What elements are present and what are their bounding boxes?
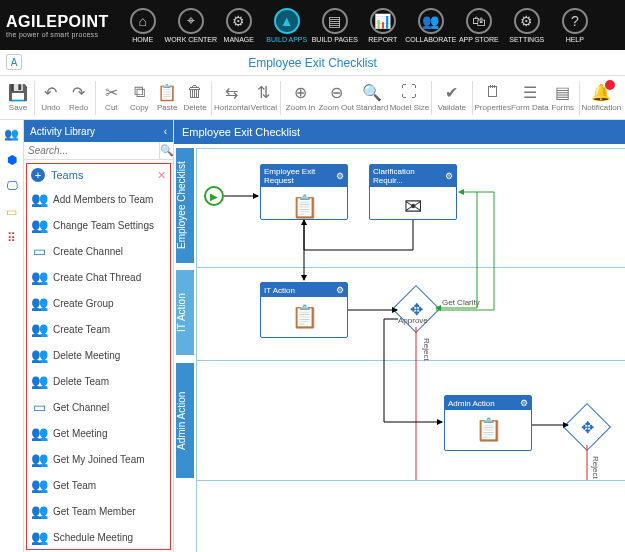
nav-label: BUILD PAGES [312,36,358,43]
activity-library-header[interactable]: Activity Library ‹ [24,120,173,142]
close-icon[interactable]: ✕ [157,169,166,182]
zoomout-icon: ⊖ [330,83,343,101]
activity-library-panel: Activity Library ‹ 🔍 + Teams ✕ 👥Add Memb… [24,120,174,552]
activity-item[interactable]: 👥Get Team Member [27,498,170,524]
nav-help[interactable]: ?HELP [551,8,599,43]
rail-teams[interactable]: 👥 [4,126,20,142]
tool-modelsize[interactable]: ⛶Model Size [390,83,430,112]
activity-label: Get Team [53,480,96,491]
tool-save[interactable]: 💾Save [4,83,32,112]
node-admin-action[interactable]: Admin Action⚙ 📋 [444,395,532,451]
node-it-action[interactable]: IT Action⚙ 📋 [260,282,348,338]
activity-label: Delete Meeting [53,350,120,361]
activity-label: Delete Team [53,376,109,387]
rail-flow[interactable]: ⠿ [4,230,20,246]
activity-group-header[interactable]: + Teams ✕ [27,164,170,186]
gateway1-label-getclarity: Get Clarity [442,298,480,307]
notification-icon: 🔔 [591,83,611,101]
app-badge[interactable]: A [6,54,22,70]
tool-horizontal[interactable]: ⇆Horizontal [214,83,250,112]
tool-paste[interactable]: 📋Paste [153,83,181,112]
gateway2-label-reject: Reject [591,456,600,479]
nav-label: REPORT [368,36,397,43]
process-canvas[interactable]: Employee Exit Checklist Employee Checkli… [174,120,625,552]
plus-icon[interactable]: + [31,168,45,182]
activity-item[interactable]: 👥Schedule Meeting [27,524,170,550]
activity-item[interactable]: 👥Get Team [27,472,170,498]
gear-icon[interactable]: ⚙ [336,285,344,295]
tool-validate[interactable]: ✔Validate [434,83,470,112]
collapse-icon[interactable]: ‹ [164,126,167,137]
tool-label: Vertical [251,103,277,112]
rail-dropbox[interactable]: ⬢ [4,152,20,168]
nav-label: APP STORE [459,36,499,43]
nav-label: BUILD APPS [266,36,307,43]
tool-redo[interactable]: ↷Redo [65,83,93,112]
properties-icon: 🗒 [485,83,501,101]
activity-item[interactable]: 👥Delete Meeting [27,342,170,368]
node-employee-exit-request[interactable]: Employee Exit Request⚙ 📋 [260,164,348,220]
swimlane-label-2[interactable]: IT Action [176,270,194,355]
search-icon[interactable]: 🔍 [159,142,174,159]
tool-delete[interactable]: 🗑Delete [181,83,209,112]
tool-forms[interactable]: ▤Forms [549,83,577,112]
activity-item[interactable]: 👥Create Group [27,290,170,316]
activity-item[interactable]: 👥Change Team Settings [27,212,170,238]
rail-window[interactable]: ▭ [4,204,20,220]
gear-icon[interactable]: ⚙ [520,398,528,408]
nav-app-store[interactable]: 🛍APP STORE [455,8,503,43]
activity-item[interactable]: 👥Get My Joined Team [27,446,170,472]
nav-work-center[interactable]: ⌖WORK CENTER [167,8,215,43]
canvas-tab[interactable]: Employee Exit Checklist [182,126,300,138]
nav-collaborate[interactable]: 👥COLLABORATE [407,8,455,43]
forms-icon: ▤ [555,83,570,101]
activity-icon: ▭ [31,399,47,415]
gateway-1[interactable]: ✥ [392,285,440,333]
tool-zoomout[interactable]: ⊖Zoom Out [318,83,354,112]
tool-vertical[interactable]: ⇅Vertical [250,83,278,112]
brand-sub: the power of smart process [6,31,109,38]
nav-label: SETTINGS [509,36,544,43]
start-event[interactable]: ▶ [204,186,224,206]
tool-zoomin[interactable]: ⊕Zoom In [283,83,319,112]
gateway-2[interactable]: ✥ [563,403,611,451]
gear-icon[interactable]: ⚙ [445,171,453,181]
tool-copy[interactable]: ⧉Copy [125,83,153,112]
activity-item[interactable]: 👥Delete Team [27,368,170,394]
activity-item[interactable]: ▭Get Channel [27,394,170,420]
gear-icon[interactable]: ⚙ [336,171,344,181]
nav-icon: 📊 [370,8,396,34]
rail-monitor[interactable]: 🖵 [4,178,20,194]
tool-formdata[interactable]: ☰Form Data [511,83,549,112]
nav-build-apps[interactable]: ▲BUILD APPS [263,8,311,43]
tool-cut[interactable]: ✂Cut [97,83,125,112]
nav-manage[interactable]: ⚙MANAGE [215,8,263,43]
activity-item[interactable]: 👥Get Meeting [27,420,170,446]
nav-home[interactable]: ⌂HOME [119,8,167,43]
swimlane-label-3[interactable]: Admin Action [176,363,194,478]
form-icon: 📋 [261,297,347,337]
left-rail: 👥⬢🖵▭⠿ [0,120,24,552]
nav-settings[interactable]: ⚙SETTINGS [503,8,551,43]
tool-properties[interactable]: 🗒Properties [475,83,511,112]
swimlane-label-1[interactable]: Employee Checklist [176,148,194,263]
form-icon: 📋 [445,410,531,450]
nav-build-pages[interactable]: ▤BUILD PAGES [311,8,359,43]
activity-icon: 👥 [31,295,47,311]
tool-label: Form Data [511,103,549,112]
activity-item[interactable]: ▭Create Channel [27,238,170,264]
activity-icon: 👥 [31,217,47,233]
copy-icon: ⧉ [134,83,145,101]
activity-icon: 👥 [31,321,47,337]
activity-search-input[interactable] [24,142,159,159]
tool-label: Validate [438,103,466,112]
activity-item[interactable]: 👥Create Chat Thread [27,264,170,290]
tool-standard[interactable]: 🔍Standard [354,83,390,112]
tool-undo[interactable]: ↶Undo [37,83,65,112]
node-clarification[interactable]: Clarification Requir...⚙ ✉ [369,164,457,220]
activity-item[interactable]: 👥Add Members to Team [27,186,170,212]
tool-notification[interactable]: 🔔Notification [582,83,622,112]
activity-item[interactable]: 👥Create Team [27,316,170,342]
nav-report[interactable]: 📊REPORT [359,8,407,43]
activity-group-box: + Teams ✕ 👥Add Members to Team👥Change Te… [26,163,171,550]
